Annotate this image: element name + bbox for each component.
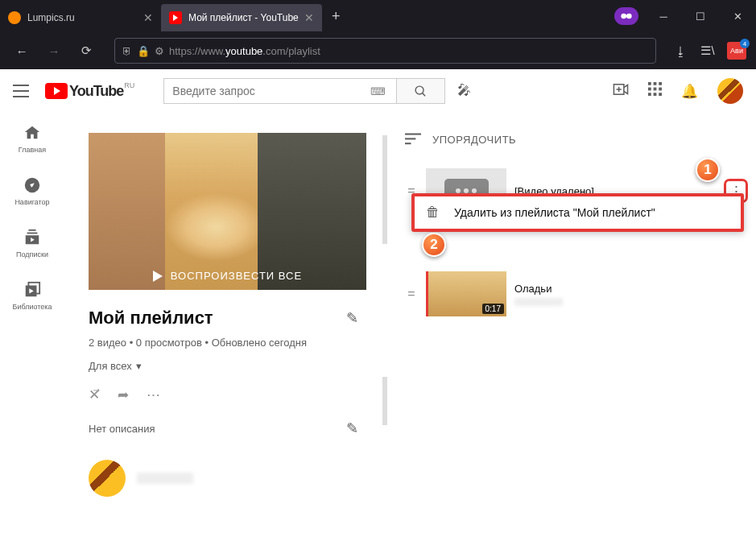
sort-button[interactable]: УПОРЯДОЧИТЬ [405,133,748,146]
trash-icon: 🗑 [426,205,440,221]
apps-icon[interactable] [648,82,662,100]
hamburger-icon[interactable] [13,81,32,101]
svg-rect-11 [648,88,651,91]
svg-rect-16 [659,93,662,96]
callout-1: 1 [696,158,720,182]
notifications-icon[interactable]: 🔔 [681,83,698,100]
svg-rect-15 [654,93,657,96]
chevron-down-icon: ▾ [136,360,142,372]
item-title: Оладьи [514,283,748,295]
svg-rect-14 [648,93,651,96]
context-menu: 🗑 Удалить из плейлиста "Мой плейлист" [411,193,744,232]
browser-navbar: ← → ⟳ ⛨ 🔒 ⚙ https://www.youtube.com/play… [0,32,756,69]
playlist-actions: ✕⃗ ➦ ⋯ [89,386,358,403]
duration-badge: 0:17 [482,304,504,314]
youtube-logo[interactable]: YouTube RU [45,83,123,100]
sidebar-item-subscriptions[interactable]: Подписки [0,217,64,270]
window-controls: ─ ☐ ✕ [614,0,756,32]
edit-desc-icon[interactable]: ✎ [346,420,358,437]
tab-label: Мой плейлист - YouTube [188,12,299,23]
svg-line-4 [423,93,426,96]
shield-icon: ⛨ [122,45,132,57]
voice-search-icon[interactable]: 🎤︎ [452,79,476,103]
close-button[interactable]: ✕ [719,0,756,32]
item-channel [514,298,563,306]
search-input[interactable] [163,78,397,104]
no-description: Нет описания [89,423,155,435]
permissions-icon: ⚙ [155,45,164,57]
youtube-wordmark: YouTube [69,83,123,100]
favicon-lumpics [8,11,21,24]
header-actions: 🔔 [613,78,743,104]
browser-titlebar: Lumpics.ru ✕ Мой плейлист - YouTube ✕ + … [0,0,756,32]
playlist-panel: ВОСПРОИЗВЕСТИ ВСЕ Мой плейлист ✎ 2 видео… [64,113,382,558]
private-mode-icon [614,7,638,25]
new-tab-button[interactable]: + [322,8,350,25]
lock-icon: 🔒 [137,45,150,57]
svg-rect-10 [659,82,662,85]
main-content: ВОСПРОИЗВЕСТИ ВСЕ Мой плейлист ✎ 2 видео… [64,69,756,558]
edit-title-icon[interactable]: ✎ [346,309,358,327]
library-icon[interactable]: ☰\ [700,43,716,59]
reload-button[interactable]: ⟳ [74,39,98,63]
sidebar-item-library[interactable]: Библиотека [0,270,64,322]
keyboard-icon[interactable]: ⌨ [370,85,386,97]
sort-label: УПОРЯДОЧИТЬ [432,134,516,146]
avatar[interactable] [717,78,743,104]
playlist-hero[interactable]: ВОСПРОИЗВЕСТИ ВСЕ [89,133,366,290]
svg-rect-26 [405,134,421,135]
search-box: ⌨ [163,78,445,104]
playlist-title: Мой плейлист [89,308,213,329]
svg-rect-20 [27,233,38,234]
youtube-play-icon [45,83,68,99]
svg-point-3 [415,86,423,94]
svg-rect-9 [654,82,657,85]
youtube-sidebar: Главная Навигатор Подписки Библиотека [0,69,64,558]
url-text: https://www.youtube.com/playlist [169,45,649,57]
sidebar-item-home[interactable]: Главная [0,113,64,165]
tab-youtube[interactable]: Мой плейлист - YouTube ✕ [161,4,322,31]
create-icon[interactable] [613,83,629,99]
visibility-dropdown[interactable]: Для всех▾ [89,360,358,372]
playlist-meta: 2 видео • 0 просмотров • Обновлено сегод… [89,337,358,349]
back-button[interactable]: ← [10,39,34,63]
more-icon[interactable]: ⋯ [147,386,160,403]
forward-button[interactable]: → [42,39,66,63]
playlist-owner[interactable] [89,460,358,497]
svg-rect-2 [626,15,628,17]
share-icon[interactable]: ➦ [118,386,129,403]
sidebar-item-explore[interactable]: Навигатор [0,165,64,217]
owner-avatar [89,460,126,497]
remove-from-playlist[interactable]: Удалить из плейлиста "Мой плейлист" [454,206,655,219]
thumbnail: 0:17 [426,271,506,316]
maximize-button[interactable]: ☐ [682,0,719,32]
search-button[interactable] [397,78,445,104]
toolbar-right: ⭳ ☰\ Ави [672,42,746,60]
tab-label: Lumpics.ru [27,12,75,23]
url-bar[interactable]: ⛨ 🔒 ⚙ https://www.youtube.com/playlist [114,38,656,64]
svg-rect-13 [659,88,662,91]
callout-2: 2 [422,233,446,257]
shuffle-icon[interactable]: ✕⃗ [89,386,100,403]
youtube-header: YouTube RU ⌨ 🎤︎ 🔔 [0,69,756,113]
svg-rect-27 [405,138,415,139]
playlist-item[interactable]: = 0:17 Оладьи [405,267,748,321]
owner-name [137,473,193,484]
play-all-label: ВОСПРОИЗВЕСТИ ВСЕ [89,270,366,282]
drag-handle-icon[interactable]: = [405,287,418,301]
extension-badge[interactable]: Ави [727,42,746,60]
close-icon[interactable]: ✕ [304,11,314,24]
favicon-youtube [169,11,182,24]
svg-rect-8 [648,82,651,85]
region-code: RU [124,81,134,89]
page-content: YouTube RU ⌨ 🎤︎ 🔔 Главная Навигатор Подп… [0,69,756,558]
svg-rect-12 [654,88,657,91]
svg-rect-28 [405,143,411,144]
minimize-button[interactable]: ─ [645,0,682,32]
download-icon[interactable]: ⭳ [672,43,688,59]
tab-lumpics[interactable]: Lumpics.ru ✕ [0,4,161,31]
svg-rect-21 [28,229,35,231]
close-icon[interactable]: ✕ [143,11,153,24]
